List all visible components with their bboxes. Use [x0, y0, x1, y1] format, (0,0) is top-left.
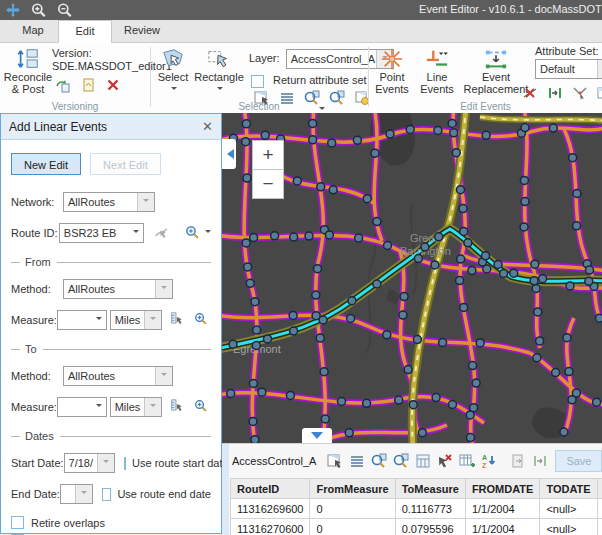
delete-event-icon[interactable] [522, 85, 538, 101]
column-routeid[interactable]: RouteID [231, 479, 310, 499]
end-date-combo[interactable] [60, 484, 94, 504]
from-measure-select-icon[interactable] [170, 312, 184, 328]
route-id-combo[interactable]: BSR23 EB [59, 223, 144, 243]
pan-selection-icon[interactable] [393, 453, 409, 469]
map-canvas[interactable]: Egremont Great Barrington + − [222, 113, 602, 443]
map-zoom-in-button[interactable]: + [252, 140, 284, 170]
svg-text:A: A [482, 454, 487, 461]
to-method-caret[interactable] [155, 367, 172, 385]
to-measure-zoom-icon[interactable] [194, 399, 208, 415]
end-date-caret[interactable] [75, 485, 92, 503]
to-method-dropdown[interactable]: AllRoutes [63, 366, 173, 386]
column-fromdate[interactable]: FROMDATE [465, 479, 540, 499]
new-version-icon[interactable] [80, 77, 96, 93]
route-zoom-caret[interactable] [205, 230, 211, 236]
to-measure-combo[interactable] [57, 397, 107, 417]
titlebar: Event Editor - v10.6.1 - docMassDOTM [0, 0, 602, 20]
add-record-icon[interactable] [459, 453, 475, 469]
new-edit-button[interactable]: New Edit [11, 153, 81, 175]
select-button[interactable]: Select [153, 46, 193, 98]
select-dropdown-caret[interactable] [171, 87, 177, 93]
collapse-panel-button[interactable] [222, 139, 236, 169]
clear-selection-icon[interactable] [437, 453, 453, 469]
table-layer-name[interactable]: AccessControl_A [232, 455, 316, 467]
use-route-start-checkbox[interactable] [124, 457, 126, 470]
ribbon-tabbar: Map Edit Review [0, 20, 602, 43]
point-events-button[interactable]: Point Events [371, 46, 413, 98]
from-measure-combo[interactable] [57, 310, 107, 330]
route-id-caret[interactable] [129, 230, 143, 236]
end-date-label: End Date: [11, 488, 60, 500]
attribute-set-caret[interactable] [597, 60, 602, 78]
save-button: Save [555, 450, 602, 472]
use-route-end-label: Use route end date [117, 488, 211, 500]
version-value: SDE.MASSDOT_editor1 [52, 60, 152, 73]
to-unit-dropdown[interactable]: Miles [110, 397, 162, 417]
tab-edit[interactable]: Edit [58, 20, 112, 43]
zoom-out-icon[interactable] [56, 2, 74, 18]
return-attribute-set-label: Return attribute set [273, 74, 367, 86]
attribute-set-dropdown[interactable]: Default [535, 59, 602, 79]
from-measure-zoom-icon[interactable] [194, 312, 208, 328]
sort-icon[interactable]: AZ [481, 453, 497, 469]
attribute-table: RouteID FromMeasure ToMeasure FROMDATE T… [230, 478, 602, 535]
next-edit-button: Next Edit [90, 153, 161, 175]
table-row[interactable]: 11316269600 0 0.1116773 1/1/2004 <null> … [231, 499, 602, 519]
close-icon[interactable]: ✕ [202, 119, 213, 134]
from-section-label: From [25, 256, 51, 268]
from-unit-dropdown[interactable]: Miles [110, 310, 162, 330]
to-method-label: Method: [11, 370, 63, 382]
event-window-icon[interactable] [597, 85, 602, 101]
rectangle-dropdown-caret[interactable] [217, 87, 223, 93]
to-measure-label: Measure: [11, 401, 57, 413]
to-measure-select-icon[interactable] [170, 399, 184, 415]
column-accesscontrol[interactable]: AC [597, 479, 602, 499]
split-measure-icon[interactable] [532, 453, 548, 469]
start-date-combo[interactable]: 7/18/ [64, 453, 115, 473]
to-unit-caret[interactable] [144, 398, 161, 416]
column-tomeasure[interactable]: ToMeasure [395, 479, 465, 499]
zoom-in-icon[interactable] [30, 2, 48, 18]
network-dropdown[interactable]: AllRoutes [63, 192, 155, 212]
line-events-button[interactable]: Line Events [415, 46, 459, 98]
reconcile-post-button[interactable]: Reconcile & Post [2, 46, 54, 98]
retire-overlaps-checkbox[interactable] [11, 516, 24, 529]
calculate-icon[interactable] [415, 453, 431, 469]
line-events-icon [415, 47, 459, 71]
route-zoom-icon[interactable] [185, 225, 200, 241]
selection-group-label: Selection [151, 101, 367, 112]
to-measure-caret[interactable] [92, 404, 106, 410]
page-forward-icon[interactable] [510, 453, 526, 469]
start-date-label: Start Date: [11, 457, 64, 469]
merge-event-icon[interactable] [572, 85, 588, 101]
collapse-table-button[interactable] [302, 428, 332, 443]
zoom-selection-icon[interactable] [371, 453, 387, 469]
version-label: Version: [52, 47, 152, 60]
chevron-left-icon [222, 149, 234, 159]
network-caret[interactable] [137, 193, 154, 211]
rectangle-button[interactable]: Rectangle [193, 46, 245, 98]
use-route-start-label: Use route start date [132, 457, 229, 469]
map-zoom-out-button[interactable]: − [252, 169, 284, 199]
route-select-icon[interactable] [154, 225, 169, 241]
from-unit-caret[interactable] [144, 311, 161, 329]
attribute-list-icon[interactable] [349, 453, 365, 469]
from-measure-caret[interactable] [92, 317, 106, 323]
reconcile-icon[interactable] [55, 77, 71, 93]
table-row[interactable]: 11316270600 0 0.0795596 1/1/2004 <null> … [231, 519, 602, 535]
from-method-dropdown[interactable]: AllRoutes [63, 279, 173, 299]
split-event-icon[interactable] [547, 85, 563, 101]
column-todate[interactable]: TODATE [540, 479, 597, 499]
pan-icon[interactable] [4, 2, 22, 18]
tab-map[interactable]: Map [10, 20, 56, 41]
to-section-label: To [25, 343, 37, 355]
return-attribute-set-checkbox[interactable] [251, 75, 264, 88]
delete-version-icon[interactable] [105, 77, 121, 93]
from-method-caret[interactable] [155, 280, 172, 298]
town-label-great: Great [410, 232, 438, 244]
use-route-end-checkbox[interactable] [102, 488, 111, 501]
tab-review[interactable]: Review [114, 20, 170, 41]
select-features-icon[interactable] [327, 453, 343, 469]
start-date-caret[interactable] [97, 454, 114, 472]
column-frommeasure[interactable]: FromMeasure [310, 479, 395, 499]
